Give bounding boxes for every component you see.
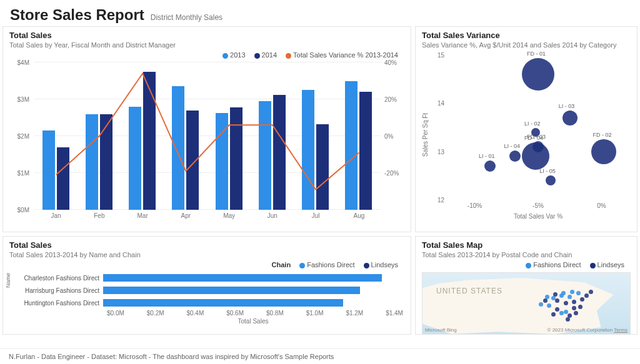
- map-ms-attrib: © 2023 Microsoft Corporation Terms: [548, 327, 628, 333]
- map-dot[interactable]: [564, 310, 568, 314]
- hbar-chart[interactable]: Name Charleston Fashions DirectHarrisbur…: [9, 272, 403, 328]
- map-dot[interactable]: [543, 298, 548, 303]
- hbar-bar[interactable]: [103, 274, 382, 282]
- map-terms-link[interactable]: Terms: [614, 327, 628, 333]
- map-card: Total Sales Map Total Sales 2013-2014 by…: [415, 236, 638, 335]
- variance-bubble[interactable]: [546, 175, 556, 185]
- hbar-bar[interactable]: [103, 287, 360, 294]
- variance-chart[interactable]: Sales Per Sq Ft Total Sales Var % FD - 0…: [422, 51, 632, 219]
- hbar-bar[interactable]: [103, 299, 343, 307]
- map-dot[interactable]: [572, 306, 576, 310]
- map-dot[interactable]: [551, 312, 556, 317]
- variance-bubble-label: FD - 04: [524, 135, 543, 141]
- variance-bubble-label: LI - 05: [539, 168, 556, 174]
- variance-bubble[interactable]: [591, 139, 616, 164]
- map-dot[interactable]: [539, 302, 543, 307]
- footer-text: N.Furlan - Data Engineer - Dataset: Micr…: [0, 348, 640, 364]
- hbar-ylabel: Name: [5, 273, 11, 288]
- hbar-card: Total Sales Total Sales 2013-2014 by Nam…: [2, 236, 411, 335]
- total-sales-subtitle: Total Sales by Year, Fiscal Month and Di…: [9, 41, 404, 49]
- page-subtitle: District Monthly Sales: [151, 13, 222, 22]
- variance-bubble[interactable]: [484, 160, 496, 172]
- map-bing-attrib: Microsoft Bing: [425, 327, 457, 333]
- hbar-title: Total Sales: [9, 240, 404, 250]
- map-chart[interactable]: UNITED STATES Microsoft Bing © 2023 Micr…: [422, 272, 631, 335]
- hbar-label: Charleston Fashions Direct: [9, 275, 103, 282]
- map-dot[interactable]: [566, 317, 570, 322]
- variance-bubble-label: FD - 01: [527, 51, 546, 57]
- page-title: Store Sales Report: [10, 6, 144, 24]
- hbar-label: Huntington Fashions Direct: [9, 300, 103, 307]
- variance-bubble[interactable]: [522, 58, 554, 91]
- variance-bubble-label: LI - 02: [524, 121, 541, 127]
- combo-legend: 2013 2014 Total Sales Variance % 2013-20…: [9, 51, 398, 59]
- total-sales-title: Total Sales: [9, 31, 404, 40]
- hbar-subtitle: Total Sales 2013-2014 by Name and Chain: [9, 251, 404, 258]
- map-title: Total Sales Map: [422, 240, 631, 250]
- variance-bubble-label: LI - 01: [479, 153, 495, 159]
- variance-bubble[interactable]: [562, 111, 578, 125]
- variance-xlabel: Total Sales Var %: [449, 213, 627, 220]
- hbar-label: Harrisburg Fashions Direct: [9, 287, 103, 294]
- map-dot[interactable]: [578, 305, 582, 309]
- variance-title: Total Sales Variance: [422, 31, 631, 40]
- variance-card: Total Sales Variance Sales Variance %, A…: [415, 26, 638, 232]
- variance-subtitle: Sales Variance %, Avg $/Unit 2014 and Sa…: [422, 41, 631, 49]
- variance-bubble-label: FD - 02: [592, 132, 611, 138]
- map-legend: Fashions Direct Lindseys: [422, 261, 624, 268]
- hbar-xlabel: Total Sales: [103, 318, 403, 325]
- map-subtitle: Total Sales 2013-2014 by Postal Code and…: [422, 251, 631, 258]
- map-dot[interactable]: [564, 301, 568, 305]
- map-dot[interactable]: [559, 311, 564, 315]
- variance-bubble-label: LI - 03: [559, 103, 575, 109]
- variance-bubble-label: LI - 04: [504, 143, 520, 149]
- hbar-legend: Chain Fashions Direct Lindseys: [9, 261, 398, 268]
- map-country-label: UNITED STATES: [436, 287, 502, 295]
- total-sales-card: Total Sales Total Sales by Year, Fiscal …: [2, 26, 411, 232]
- variance-bubble[interactable]: [509, 150, 521, 162]
- combo-chart[interactable]: $0M$1M$2M$3M$4M-20%0%20%40%JanFebMarAprM…: [9, 62, 403, 224]
- variance-bubble[interactable]: [522, 142, 549, 170]
